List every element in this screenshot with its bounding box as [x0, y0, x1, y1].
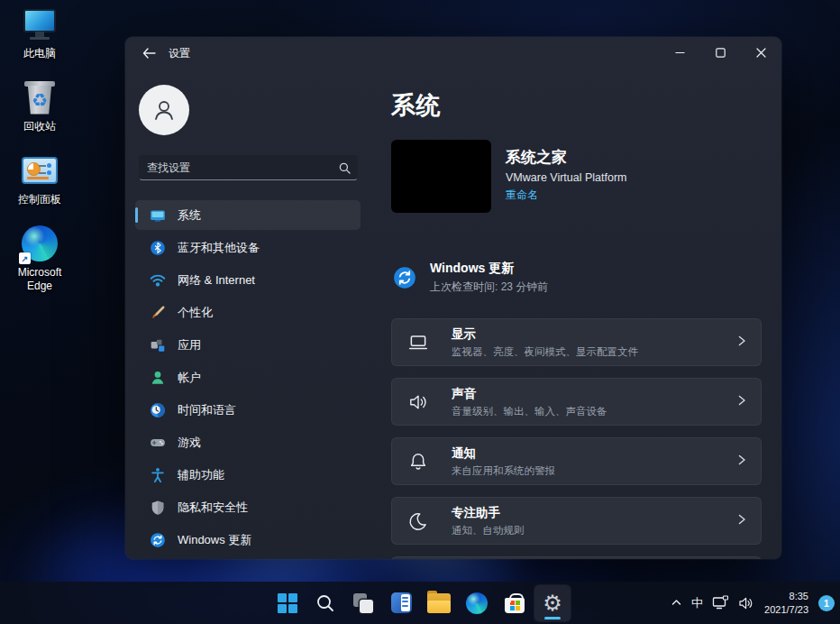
card-sound[interactable]: 声音 音量级别、输出、输入、声音设备: [391, 378, 762, 426]
task-view-button[interactable]: [345, 585, 381, 621]
widgets-icon: [391, 592, 412, 613]
card-subtitle: 通知、自动规则: [452, 524, 525, 537]
windows-update-status[interactable]: Windows 更新 上次检查时间: 23 分钟前: [393, 261, 548, 295]
close-icon: [756, 48, 766, 58]
recycle-bin-icon: ♻: [21, 78, 59, 116]
search-icon: [315, 593, 335, 613]
focus-assist-icon: [407, 510, 429, 532]
update-title: Windows 更新: [430, 261, 548, 277]
card-power[interactable]: 电源 睡眠、电池使用情况、节省电池电量: [391, 556, 762, 559]
search-box: [139, 155, 358, 180]
avatar[interactable]: [139, 85, 189, 135]
sidebar-item-label: 蓝牙和其他设备: [178, 240, 260, 256]
back-button[interactable]: [134, 41, 163, 65]
sidebar-item-gaming[interactable]: 游戏: [135, 427, 361, 457]
taskbar-search-button[interactable]: [307, 585, 343, 621]
time-language-icon: [150, 402, 166, 418]
store-icon: [505, 598, 525, 613]
file-explorer-button[interactable]: [421, 585, 457, 621]
clock[interactable]: 8:35 2021/7/23: [759, 585, 814, 621]
active-app-indicator: [544, 617, 561, 619]
sidebar-item-label: Windows 更新: [178, 532, 251, 548]
personalization-icon: [150, 305, 166, 321]
page-title: 系统: [391, 89, 781, 122]
desktop-icon-label: 回收站: [23, 120, 56, 133]
card-subtitle: 音量级别、输出、输入、声音设备: [452, 405, 607, 418]
display-icon: [407, 332, 429, 353]
sidebar-item-privacy[interactable]: 隐私和安全性: [135, 492, 361, 522]
card-title: 通知: [452, 445, 555, 462]
edge-icon: [466, 592, 488, 614]
windows-logo-icon: [278, 593, 297, 613]
sidebar-item-bluetooth[interactable]: 蓝牙和其他设备: [135, 233, 361, 262]
taskbar-app-icons: ⚙: [269, 582, 571, 624]
chevron-right-icon: [735, 454, 748, 470]
search-button[interactable]: [332, 156, 357, 179]
card-subtitle: 监视器、亮度、夜间模式、显示配置文件: [452, 345, 638, 359]
taskbar: ⚙ 中 8:35 2021/7/23 1: [0, 582, 840, 624]
user-icon: [151, 96, 178, 124]
search-input[interactable]: [140, 161, 332, 174]
close-button[interactable]: [741, 37, 781, 68]
shortcut-arrow-icon: ↗: [19, 252, 31, 264]
microsoft-store-button[interactable]: [497, 585, 533, 621]
tray-date: 2021/7/23: [764, 603, 808, 616]
widgets-button[interactable]: [383, 585, 419, 621]
search-icon: [339, 162, 351, 174]
settings-window: 设置: [125, 37, 781, 559]
titlebar: 设置: [125, 37, 781, 69]
volume-tray-button[interactable]: [734, 588, 759, 619]
card-title: 声音: [452, 386, 607, 402]
sidebar-item-label: 个性化: [178, 305, 213, 321]
desktop-icon-control-panel[interactable]: 控制面板: [4, 151, 76, 206]
card-title: 显示: [452, 326, 638, 343]
card-title: 专注助手: [452, 505, 525, 521]
bluetooth-icon: [150, 240, 166, 256]
card-notifications[interactable]: 通知 来自应用和系统的警报: [391, 437, 762, 485]
card-focus-assist[interactable]: 专注助手 通知、自动规则: [391, 497, 762, 545]
sidebar-item-time-language[interactable]: 时间和语言: [135, 395, 361, 425]
task-view-icon: [352, 592, 374, 614]
desktop-icon-recycle-bin[interactable]: ♻ 回收站: [4, 78, 76, 133]
sidebar-item-accessibility[interactable]: 辅助功能: [135, 460, 361, 490]
edge-icon: ↗: [21, 225, 59, 262]
file-explorer-icon: [427, 593, 451, 613]
sidebar-item-network[interactable]: 网络 & Internet: [135, 265, 361, 295]
start-button[interactable]: [269, 585, 306, 621]
gaming-icon: [150, 435, 166, 451]
desktop-icon-edge[interactable]: ↗ Microsoft Edge: [4, 225, 76, 293]
rename-link[interactable]: 重命名: [506, 188, 538, 203]
sidebar-item-accounts[interactable]: 帐户: [135, 362, 361, 392]
sidebar-item-personalization[interactable]: 个性化: [135, 298, 361, 327]
selection-indicator: [135, 207, 138, 223]
sidebar-item-system[interactable]: 系统: [135, 200, 361, 230]
settings-button[interactable]: ⚙: [534, 585, 571, 621]
desktop-icon-this-pc[interactable]: 此电脑: [4, 5, 76, 60]
this-pc-icon: [21, 5, 59, 43]
chevron-right-icon: [735, 513, 748, 529]
ime-indicator[interactable]: 中: [687, 588, 708, 619]
settings-main-content: 系统 系统之家 VMware Virtual Platform 重命名 Wind…: [391, 69, 781, 559]
window-title: 设置: [169, 46, 190, 61]
maximize-button[interactable]: [700, 37, 741, 68]
device-model: VMware Virtual Platform: [506, 171, 627, 184]
update-detail: 上次检查时间: 23 分钟前: [430, 280, 548, 295]
minimize-icon: [675, 48, 685, 58]
speaker-icon: [738, 596, 754, 610]
window-controls: [660, 37, 781, 68]
card-display[interactable]: 显示 监视器、亮度、夜间模式、显示配置文件: [391, 318, 762, 366]
sidebar-item-windows-update[interactable]: Windows 更新: [135, 525, 361, 555]
hidden-icons-button[interactable]: [666, 588, 687, 619]
maximize-icon: [716, 48, 726, 58]
card-subtitle: 来自应用和系统的警报: [452, 464, 555, 478]
back-arrow-icon: [142, 48, 156, 59]
sidebar-item-label: 帐户: [178, 370, 201, 386]
sidebar-item-apps[interactable]: 应用: [135, 330, 361, 360]
notification-badge[interactable]: 1: [818, 595, 835, 611]
network-tray-button[interactable]: [708, 588, 734, 619]
edge-button[interactable]: [459, 585, 495, 621]
chevron-right-icon: [735, 394, 748, 410]
desktop-icon-label: Microsoft Edge: [4, 266, 76, 293]
device-info-section: 系统之家 VMware Virtual Platform 重命名: [391, 140, 627, 213]
minimize-button[interactable]: [660, 37, 700, 68]
